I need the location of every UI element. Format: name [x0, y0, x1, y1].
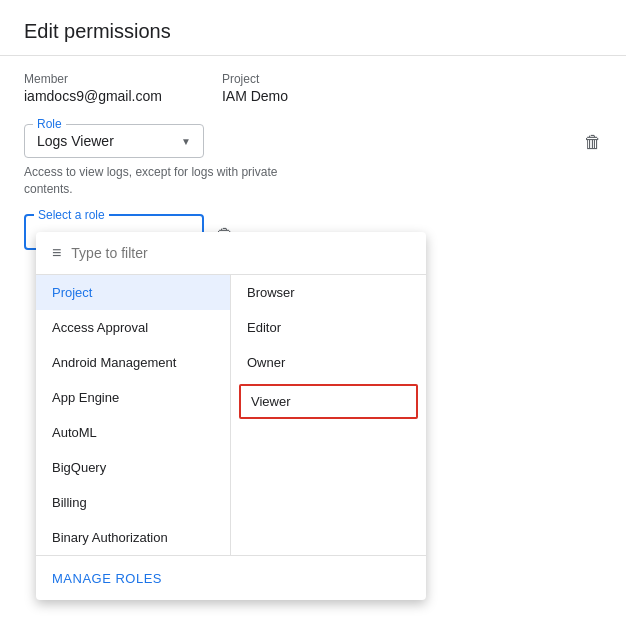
- delete-role-button[interactable]: 🗑: [584, 132, 602, 153]
- filter-row: ≡: [36, 232, 426, 275]
- member-label: Member: [24, 72, 162, 86]
- page-title: Edit permissions: [24, 20, 602, 43]
- right-pane-item-browser[interactable]: Browser: [231, 275, 426, 310]
- role-description: Access to view logs, except for logs wit…: [24, 164, 284, 198]
- right-pane: Browser Editor Owner Viewer: [231, 275, 426, 555]
- member-project-row: Member iamdocs9@gmail.com Project IAM De…: [24, 72, 602, 104]
- right-pane-item-editor[interactable]: Editor: [231, 310, 426, 345]
- member-value: iamdocs9@gmail.com: [24, 88, 162, 104]
- header: Edit permissions: [0, 0, 626, 56]
- role-dropdown-value: Logs Viewer: [37, 133, 114, 149]
- dropdown-body: Project Access Approval Android Manageme…: [36, 275, 426, 555]
- left-pane-item-project[interactable]: Project: [36, 275, 230, 310]
- dropdown-panel: ≡ Project Access Approval Android Manage…: [36, 232, 426, 600]
- project-label: Project: [222, 72, 288, 86]
- filter-input[interactable]: [71, 245, 410, 261]
- manage-roles-row: MANAGE ROLES: [36, 555, 426, 600]
- left-pane-item-app-engine[interactable]: App Engine: [36, 380, 230, 415]
- right-pane-item-viewer[interactable]: Viewer: [239, 384, 418, 419]
- project-value: IAM Demo: [222, 88, 288, 104]
- filter-icon: ≡: [52, 244, 61, 262]
- project-field: Project IAM Demo: [222, 72, 288, 104]
- dropdown-arrow-icon: ▼: [181, 136, 191, 147]
- left-pane-item-billing[interactable]: Billing: [36, 485, 230, 520]
- member-field: Member iamdocs9@gmail.com: [24, 72, 162, 104]
- left-pane-item-android-management[interactable]: Android Management: [36, 345, 230, 380]
- left-pane-item-access-approval[interactable]: Access Approval: [36, 310, 230, 345]
- role-dropdown-label: Role: [33, 117, 66, 131]
- role-section: Role Logs Viewer ▼ Access to view logs, …: [24, 124, 602, 198]
- manage-roles-link[interactable]: MANAGE ROLES: [52, 571, 162, 586]
- left-pane-item-automl[interactable]: AutoML: [36, 415, 230, 450]
- left-pane-item-bigquery[interactable]: BigQuery: [36, 450, 230, 485]
- left-pane-item-binary-authorization[interactable]: Binary Authorization: [36, 520, 230, 555]
- role-dropdown[interactable]: Role Logs Viewer ▼: [24, 124, 204, 158]
- right-pane-item-owner[interactable]: Owner: [231, 345, 426, 380]
- page: Edit permissions Member iamdocs9@gmail.c…: [0, 0, 626, 626]
- left-pane: Project Access Approval Android Manageme…: [36, 275, 231, 555]
- role-row: Role Logs Viewer ▼ Access to view logs, …: [24, 124, 602, 198]
- select-role-label: Select a role: [34, 208, 109, 222]
